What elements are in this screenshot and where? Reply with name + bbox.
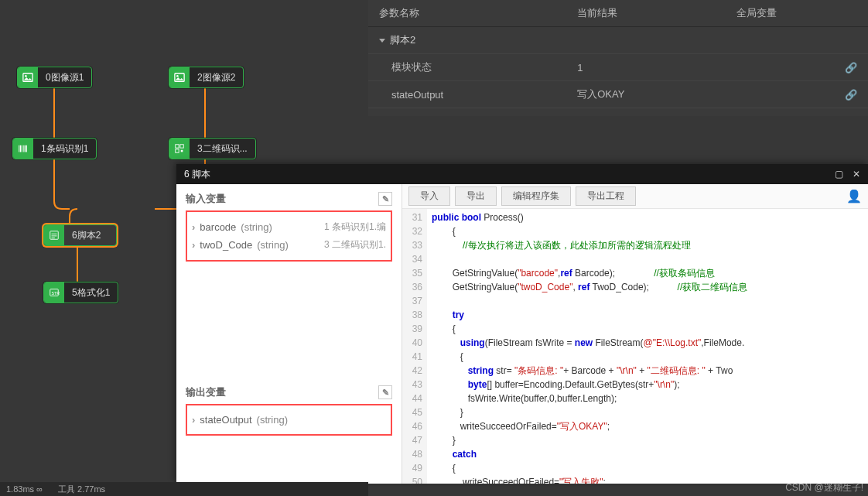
svg-rect-2 bbox=[175, 74, 184, 82]
col-current: 当前结果 bbox=[566, 0, 725, 27]
code-toolbar: 导入 导出 编辑程序集 导出工程 👤 bbox=[402, 184, 868, 209]
group-row[interactable]: 脚本2 bbox=[368, 27, 868, 54]
chevron-right-icon: › bbox=[192, 221, 195, 233]
export-button[interactable]: 导出 bbox=[455, 186, 497, 206]
link-icon[interactable]: 🔗 bbox=[845, 89, 857, 101]
node-label: 6脚本2 bbox=[64, 229, 108, 242]
user-icon[interactable]: 👤 bbox=[846, 189, 862, 204]
edit-input-vars-button[interactable]: ✎ bbox=[378, 192, 392, 206]
node-barcode-1[interactable]: 1条码识别1 bbox=[12, 138, 97, 159]
barcode-icon bbox=[13, 139, 33, 159]
node-script-6[interactable]: 6脚本2 bbox=[43, 224, 117, 246]
image-icon bbox=[169, 67, 190, 87]
var-row[interactable]: › twoD_Code (string) 3 二维码识别1. bbox=[192, 236, 386, 254]
script-icon bbox=[44, 225, 64, 245]
status-tools: 工具 2.77ms bbox=[58, 484, 105, 495]
param-value: 1 bbox=[566, 54, 725, 81]
col-param: 参数名称 bbox=[368, 0, 566, 27]
import-button[interactable]: 导入 bbox=[408, 186, 450, 206]
node-label: 0图像源1 bbox=[38, 71, 91, 84]
code-editor[interactable]: 31 32 33 34 35 36 37 38 39 40 41 42 43 4… bbox=[402, 209, 868, 484]
script-window: 6 脚本 ▢ ✕ 输入变量 ✎ › barcode (string) 1 条码识… bbox=[176, 164, 868, 484]
input-vars-title: 输入变量 bbox=[186, 192, 226, 206]
param-name: 模块状态 bbox=[368, 54, 566, 81]
window-title: 6 脚本 bbox=[184, 164, 210, 184]
svg-rect-7 bbox=[181, 150, 183, 152]
var-row[interactable]: › stateOutput (string) bbox=[192, 412, 386, 428]
svg-point-3 bbox=[176, 75, 179, 77]
svg-point-1 bbox=[25, 75, 27, 77]
code-lines[interactable]: public bool Process() { //每次执行将进入该函数，此处添… bbox=[427, 209, 868, 484]
svg-rect-4 bbox=[176, 145, 179, 148]
edit-output-vars-button[interactable]: ✎ bbox=[378, 385, 392, 399]
svg-text:STR: STR bbox=[52, 291, 60, 296]
node-label: 2图像源2 bbox=[190, 71, 243, 84]
export-project-button[interactable]: 导出工程 bbox=[576, 186, 636, 206]
param-value: 写入OKAY bbox=[566, 81, 725, 108]
svg-rect-6 bbox=[176, 149, 179, 152]
var-row[interactable]: › barcode (string) 1 条码识别1.编 bbox=[192, 218, 386, 236]
node-image-source-2[interactable]: 2图像源2 bbox=[169, 67, 244, 88]
close-icon[interactable]: ✕ bbox=[853, 164, 860, 184]
node-label: 5格式化1 bbox=[64, 286, 118, 299]
status-left: 1.83ms ∞ bbox=[6, 484, 43, 494]
window-titlebar[interactable]: 6 脚本 ▢ ✕ bbox=[176, 164, 868, 184]
results-panel: 参数名称 当前结果 全局变量 脚本2 模块状态 1 🔗 stateOutput … bbox=[368, 0, 868, 116]
line-gutter: 31 32 33 34 35 36 37 38 39 40 41 42 43 4… bbox=[402, 209, 427, 484]
link-icon[interactable]: 🔗 bbox=[845, 62, 857, 74]
status-bar: 1.83ms ∞ 工具 2.77ms bbox=[0, 482, 368, 496]
chevron-right-icon: › bbox=[192, 239, 195, 251]
svg-rect-5 bbox=[180, 145, 183, 148]
output-vars-title: 输出变量 bbox=[186, 385, 226, 399]
node-image-source-0[interactable]: 0图像源1 bbox=[17, 67, 92, 88]
image-icon bbox=[18, 67, 38, 87]
code-pane: 导入 导出 编辑程序集 导出工程 👤 31 32 33 34 35 36 37 … bbox=[402, 184, 868, 484]
node-label: 1条码识别1 bbox=[33, 142, 96, 156]
output-vars-box: › stateOutput (string) bbox=[186, 404, 392, 436]
node-label: 3二维码识... bbox=[190, 142, 255, 156]
edit-assembly-button[interactable]: 编辑程序集 bbox=[501, 186, 571, 206]
svg-rect-0 bbox=[23, 74, 32, 82]
param-name: stateOutput bbox=[368, 81, 566, 108]
variables-pane: 输入变量 ✎ › barcode (string) 1 条码识别1.编 › tw… bbox=[176, 184, 402, 484]
node-qrcode-3[interactable]: 3二维码识... bbox=[169, 138, 256, 159]
chevron-right-icon: › bbox=[192, 414, 195, 426]
maximize-icon[interactable]: ▢ bbox=[835, 164, 843, 184]
format-icon: STR bbox=[44, 282, 64, 303]
node-format-5[interactable]: STR 5格式化1 bbox=[43, 282, 118, 303]
col-global: 全局变量 bbox=[726, 0, 868, 27]
qrcode-icon bbox=[169, 139, 190, 159]
input-vars-box: › barcode (string) 1 条码识别1.编 › twoD_Code… bbox=[186, 210, 392, 262]
